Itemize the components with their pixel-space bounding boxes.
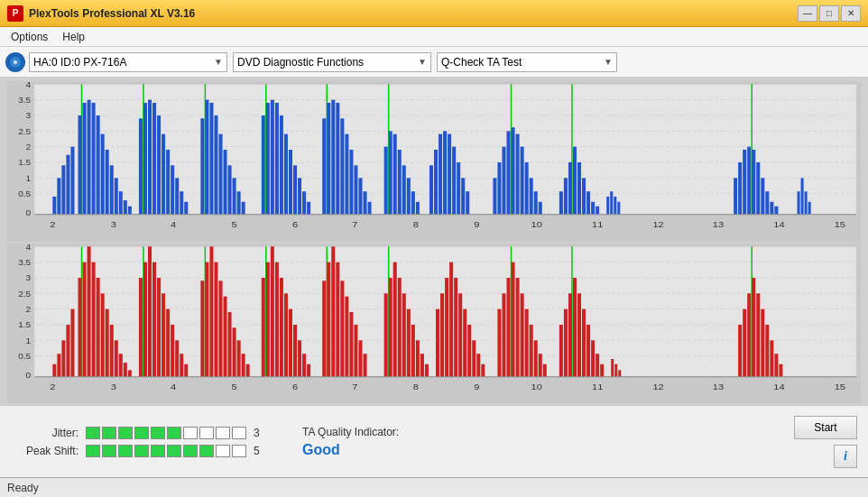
svg-rect-213	[209, 246, 213, 376]
jitter-seg-5	[151, 427, 165, 439]
svg-text:4: 4	[26, 244, 32, 251]
svg-text:0: 0	[26, 209, 32, 217]
svg-rect-51	[184, 202, 188, 215]
svg-text:1.5: 1.5	[18, 321, 31, 329]
svg-text:10: 10	[531, 382, 543, 391]
svg-rect-134	[743, 150, 746, 215]
info-button[interactable]: i	[834, 445, 857, 468]
svg-rect-225	[271, 246, 274, 376]
svg-rect-224	[266, 262, 270, 376]
svg-text:4: 4	[171, 382, 177, 391]
svg-rect-284	[577, 293, 581, 376]
svg-rect-97	[434, 150, 438, 215]
svg-rect-138	[761, 178, 764, 214]
svg-text:2: 2	[26, 143, 32, 152]
svg-rect-37	[119, 191, 123, 215]
svg-rect-126	[596, 207, 599, 215]
svg-rect-91	[398, 150, 402, 215]
svg-text:9: 9	[474, 382, 480, 391]
svg-rect-35	[110, 165, 114, 214]
svg-rect-103	[461, 178, 465, 214]
svg-rect-34	[106, 150, 109, 215]
svg-rect-55	[209, 103, 213, 215]
jitter-meter	[86, 427, 246, 439]
svg-rect-143	[801, 178, 804, 214]
svg-rect-297	[752, 277, 755, 376]
svg-rect-301	[770, 340, 773, 376]
svg-rect-258	[445, 277, 448, 376]
peak-shift-seg-2	[102, 445, 116, 457]
peak-shift-seg-4	[134, 445, 149, 457]
svg-text:1.5: 1.5	[18, 159, 31, 167]
svg-rect-140	[770, 202, 773, 215]
svg-rect-99	[443, 131, 447, 214]
svg-rect-219	[237, 340, 241, 376]
svg-rect-115	[534, 191, 538, 215]
jitter-seg-1	[86, 427, 100, 439]
svg-rect-110	[512, 127, 515, 215]
status-bar: Ready	[0, 477, 868, 497]
svg-rect-74	[307, 202, 310, 215]
svg-rect-242	[354, 324, 357, 376]
svg-rect-215	[218, 281, 222, 377]
svg-rect-290	[611, 358, 614, 376]
svg-rect-291	[614, 364, 617, 376]
svg-text:14: 14	[773, 220, 785, 229]
svg-rect-81	[345, 134, 348, 215]
svg-rect-119	[564, 178, 568, 214]
svg-text:12: 12	[652, 220, 664, 229]
svg-rect-89	[389, 131, 392, 214]
svg-rect-263	[467, 324, 471, 376]
window-controls: — □ ✕	[798, 5, 861, 22]
menu-options[interactable]: Options	[4, 29, 55, 45]
svg-rect-95	[416, 202, 420, 215]
svg-rect-104	[466, 191, 469, 215]
svg-text:7: 7	[352, 220, 358, 229]
svg-rect-84	[358, 178, 362, 214]
svg-rect-107	[497, 162, 501, 215]
svg-rect-111	[516, 134, 520, 215]
svg-rect-230	[293, 324, 297, 376]
menu-help[interactable]: Help	[55, 29, 92, 45]
maximize-button[interactable]: □	[819, 5, 839, 22]
test-dropdown[interactable]: Q-Check TA Test ▼	[437, 52, 617, 72]
svg-rect-257	[440, 293, 444, 376]
peak-shift-label: Peak Shift:	[11, 445, 78, 457]
svg-text:15: 15	[835, 382, 846, 391]
svg-rect-129	[614, 197, 616, 215]
svg-rect-237	[331, 246, 335, 376]
function-dropdown[interactable]: DVD Diagnostic Functions ▼	[233, 52, 431, 72]
drive-dropdown[interactable]: HA:0 ID:0 PX-716A ▼	[29, 52, 227, 72]
svg-rect-192	[106, 308, 109, 376]
svg-rect-241	[349, 311, 353, 376]
svg-text:3: 3	[26, 274, 32, 282]
svg-rect-65	[266, 103, 270, 215]
jitter-row: Jitter: 3	[11, 427, 266, 439]
svg-rect-244	[364, 354, 367, 377]
svg-text:14: 14	[773, 382, 785, 391]
svg-rect-262	[463, 308, 466, 376]
minimize-button[interactable]: —	[798, 5, 817, 22]
app-icon: P	[7, 5, 23, 22]
svg-rect-139	[765, 191, 769, 215]
svg-text:3: 3	[111, 220, 117, 229]
svg-text:7: 7	[352, 382, 358, 391]
svg-rect-236	[327, 262, 330, 376]
svg-rect-221	[246, 364, 250, 376]
svg-rect-228	[284, 293, 288, 376]
svg-text:10: 10	[531, 220, 543, 229]
jitter-seg-8	[199, 427, 214, 439]
close-button[interactable]: ✕	[841, 5, 861, 22]
svg-rect-190	[97, 277, 100, 376]
svg-rect-122	[577, 162, 581, 215]
svg-rect-280	[559, 324, 563, 376]
svg-rect-281	[564, 308, 568, 376]
svg-text:0.5: 0.5	[18, 352, 31, 360]
svg-rect-48	[171, 165, 174, 214]
svg-text:2.5: 2.5	[18, 127, 31, 135]
svg-rect-33	[101, 134, 105, 215]
svg-rect-289	[600, 364, 604, 376]
svg-rect-28	[78, 115, 81, 215]
start-button[interactable]: Start	[794, 416, 857, 439]
svg-rect-272	[516, 277, 520, 376]
